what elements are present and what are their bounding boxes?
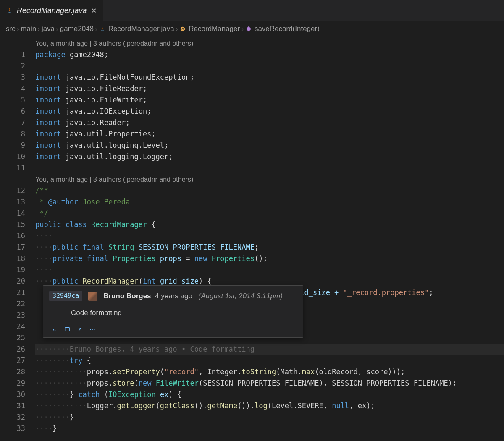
commit-date: (August 1st, 2014 3:11pm) [199,292,283,300]
commit-message: Code formatting [49,301,297,325]
breadcrumb-item[interactable]: game2048 [60,25,94,33]
commit-sha[interactable]: 32949ca [49,291,82,301]
close-icon[interactable]: ✕ [90,7,97,14]
inline-blame[interactable]: Bruno Borges, 4 years ago • Code formatt… [70,345,255,353]
class-icon: C [179,26,186,32]
svg-rect-3 [65,328,70,331]
svg-rect-2 [246,26,251,31]
file-tab[interactable]: RecordManager.java ✕ [0,0,103,21]
breadcrumb-item[interactable]: RecordManager [189,25,240,33]
breadcrumb-item[interactable]: main [21,25,36,33]
avatar [88,292,97,301]
breadcrumb[interactable]: src› main› java› game2048› RecordManager… [0,21,504,37]
more-icon[interactable]: ⋯ [87,325,98,334]
java-file-icon [6,7,13,14]
prev-change-icon[interactable]: « [49,325,60,334]
breadcrumb-item[interactable]: RecordManager.java [108,25,174,33]
java-file-icon [99,26,106,32]
breadcrumb-item[interactable]: java [42,25,55,33]
git-blame-hover: 32949ca Bruno Borges, 4 years ago (Augus… [43,285,303,338]
breadcrumb-item[interactable]: src [6,25,16,33]
code-lines[interactable]: You, a month ago | 3 authors (jperedadnr… [35,38,504,434]
file-tab-label: RecordManager.java [17,6,87,15]
codelens-authors[interactable]: You, a month ago | 3 authors (jperedadnr… [35,38,504,49]
open-commit-icon[interactable] [62,325,73,334]
commit-author: Bruno Borges [103,292,151,300]
open-external-icon[interactable]: ↗ [74,325,85,334]
codelens-authors[interactable]: You, a month ago | 3 authors (jperedadnr… [35,174,504,185]
blame-actions: « ↗ ⋯ [49,325,297,334]
breadcrumb-item[interactable]: saveRecord(Integer) [255,25,320,33]
svg-text:C: C [181,27,184,31]
tab-bar: RecordManager.java ✕ [0,0,504,21]
method-icon [245,26,252,32]
code-editor[interactable]: 1 2 3 4 5 6 7 8 9 10 11 12 13 14 15 16 1… [0,37,504,434]
line-number-gutter: 1 2 3 4 5 6 7 8 9 10 11 12 13 14 15 16 1… [0,38,35,434]
